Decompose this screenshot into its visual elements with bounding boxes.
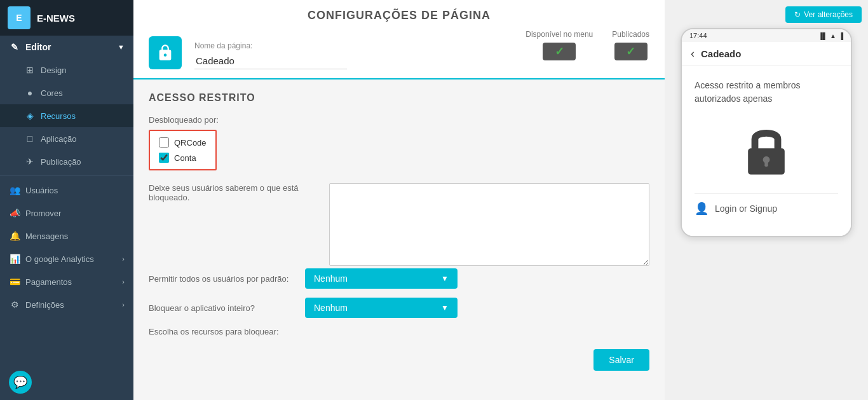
editor-section: ✎ Editor ▼ ⊞ Design ● Cores ◈ Recursos □… <box>0 36 133 173</box>
refresh-icon: ↻ <box>794 10 801 19</box>
sidebar-item-definicoes[interactable]: ⚙ Definições › <box>0 293 133 316</box>
phone-preview: ↻ Ver alterações 17:44 ▐▌ ▲ ▐ ‹ Cadeado … <box>665 0 868 400</box>
page-name-row: Nome da página: Disponível no menu ✓ Pub… <box>149 30 649 78</box>
phone-status-icons: ▐▌ ▲ ▐ <box>818 32 843 39</box>
main-content: CONFIGURAÇÕES DE PÁGINA Nome da página: … <box>133 0 665 400</box>
pagamentos-icon: 💳 <box>9 277 20 287</box>
phone-frame: 17:44 ▐▌ ▲ ▐ ‹ Cadeado Acesso restrito a… <box>681 28 852 237</box>
svg-rect-2 <box>764 160 768 167</box>
page-icon-box <box>149 36 182 69</box>
permitir-chevron-icon: ▼ <box>441 274 449 283</box>
sidebar-header: E E-NEWS <box>0 0 133 36</box>
phone-lock-icon <box>695 121 838 178</box>
conta-checkbox[interactable] <box>159 153 169 163</box>
bloquear-row: Bloquear o aplicativo inteiro? Nenhum ▼ <box>149 298 649 318</box>
sidebar-item-design[interactable]: ⊞ Design <box>0 59 133 81</box>
recursos-icon: ◈ <box>24 111 36 121</box>
sidebar: E E-NEWS ✎ Editor ▼ ⊞ Design ● Cores ◈ R… <box>0 0 133 400</box>
qrcode-item[interactable]: QRCode <box>159 137 207 148</box>
conta-item[interactable]: Conta <box>159 153 207 163</box>
publicacao-icon: ✈ <box>24 156 36 167</box>
bloquear-select-value: Nenhum <box>314 303 348 313</box>
sidebar-item-pagamentos[interactable]: 💳 Pagamentos › <box>0 270 133 293</box>
sidebar-item-usuarios[interactable]: 👥 Usuários <box>0 179 133 202</box>
phone-nav-title: Cadeado <box>701 48 741 59</box>
sidebar-item-mensagens[interactable]: 🔔 Mensagens <box>0 224 133 247</box>
analytics-chevron: › <box>122 255 125 263</box>
battery-icon: ▐ <box>839 32 843 39</box>
qrcode-label: QRCode <box>174 138 207 148</box>
divider-1 <box>0 176 133 176</box>
page-name-input[interactable] <box>194 53 347 69</box>
editor-icon: ✎ <box>9 42 20 52</box>
app-name: E-NEWS <box>37 13 75 24</box>
blocked-message-textarea[interactable] <box>329 183 649 266</box>
sidebar-item-analytics[interactable]: 📊 O google Analytics › <box>0 247 133 270</box>
content-area: ACESSO RESTRITO Desbloqueado por: QRCode… <box>133 79 665 390</box>
page-title: CONFIGURAÇÕES DE PÁGINA <box>149 9 649 30</box>
editor-chevron: ▼ <box>118 43 125 51</box>
disponivel-toggle[interactable]: ✓ <box>543 43 576 60</box>
sidebar-item-cores[interactable]: ● Cores <box>0 81 133 104</box>
definicoes-icon: ⚙ <box>9 300 20 310</box>
mensagens-icon: 🔔 <box>9 231 20 241</box>
bloquear-chevron-icon: ▼ <box>441 303 449 312</box>
qrcode-checkbox[interactable] <box>159 137 169 148</box>
chat-button[interactable]: 💬 <box>9 371 32 394</box>
message-row: Deixe seus usuários saberem o que está b… <box>149 183 649 268</box>
wifi-icon: ▲ <box>830 32 836 39</box>
desbloqueado-label: Desbloqueado por: <box>149 115 649 125</box>
bloquear-select[interactable]: Nenhum ▼ <box>305 298 458 318</box>
permitir-row: Permitir todos os usuários por padrão: N… <box>149 268 649 289</box>
permitir-label: Permitir todos os usuários por padrão: <box>149 274 295 284</box>
definicoes-chevron: › <box>122 301 125 308</box>
phone-time: 17:44 <box>689 32 707 39</box>
usuarios-icon: 👥 <box>9 185 20 195</box>
sidebar-item-recursos[interactable]: ◈ Recursos <box>0 104 133 127</box>
lock-illustration <box>738 121 795 178</box>
design-icon: ⊞ <box>24 65 36 75</box>
disponivel-label: Disponível no menu <box>526 30 593 39</box>
phone-login-row: 👤 Login or Signup <box>695 193 838 223</box>
page-name-label: Nome da página: <box>194 41 347 50</box>
page-meta: Disponível no menu ✓ Publicados ✓ <box>526 30 649 69</box>
section-title: ACESSO RESTRITO <box>149 92 649 104</box>
login-text: Login or Signup <box>715 203 777 214</box>
publicados-check: ✓ <box>626 45 635 59</box>
unlock-methods-group: QRCode Conta <box>149 130 217 170</box>
sidebar-item-aplicacao[interactable]: □ Aplicação <box>0 127 133 150</box>
phone-content: Acesso restrito a membros autorizados ap… <box>682 66 851 236</box>
recursos-label: Escolha os recursos para bloquear: <box>149 327 649 336</box>
person-icon: 👤 <box>695 202 709 216</box>
page-header: CONFIGURAÇÕES DE PÁGINA Nome da página: … <box>133 0 665 79</box>
sidebar-item-editor[interactable]: ✎ Editor ▼ <box>0 36 133 59</box>
message-label-col: Deixe seus usuários saberem o que está b… <box>149 183 314 268</box>
sidebar-item-publicacao[interactable]: ✈ Publicação <box>0 150 133 173</box>
message-input-col <box>329 183 649 268</box>
pagamentos-chevron: › <box>122 278 125 286</box>
publicados-label: Publicados <box>612 30 649 39</box>
save-row: Salvar <box>149 343 649 377</box>
save-button[interactable]: Salvar <box>593 349 649 371</box>
signal-icon: ▐▌ <box>818 32 827 39</box>
cores-icon: ● <box>24 88 36 98</box>
phone-back-button[interactable]: ‹ <box>691 47 695 60</box>
analytics-icon: 📊 <box>9 254 20 264</box>
bloquear-label: Bloquear o aplicativo inteiro? <box>149 303 295 313</box>
blocked-message-label: Deixe seus usuários saberem o que está b… <box>149 183 314 202</box>
lock-header-icon <box>156 44 174 62</box>
ver-alteracoes-label: Ver alterações <box>804 10 853 19</box>
promover-icon: 📣 <box>9 208 20 218</box>
meta-publicados: Publicados ✓ <box>612 30 649 60</box>
aplicacao-icon: □ <box>24 134 36 144</box>
phone-status-bar: 17:44 ▐▌ ▲ ▐ <box>682 29 851 42</box>
app-logo: E <box>8 6 31 29</box>
sidebar-item-promover[interactable]: 📣 Promover <box>0 202 133 224</box>
permitir-select-value: Nenhum <box>314 273 348 284</box>
desbloqueado-group: Desbloqueado por: QRCode Conta <box>149 115 649 170</box>
phone-nav-bar: ‹ Cadeado <box>682 42 851 66</box>
permitir-select[interactable]: Nenhum ▼ <box>305 268 458 289</box>
disponivel-check: ✓ <box>555 45 564 59</box>
ver-alteracoes-button[interactable]: ↻ Ver alterações <box>785 6 862 23</box>
publicados-toggle[interactable]: ✓ <box>614 43 648 60</box>
